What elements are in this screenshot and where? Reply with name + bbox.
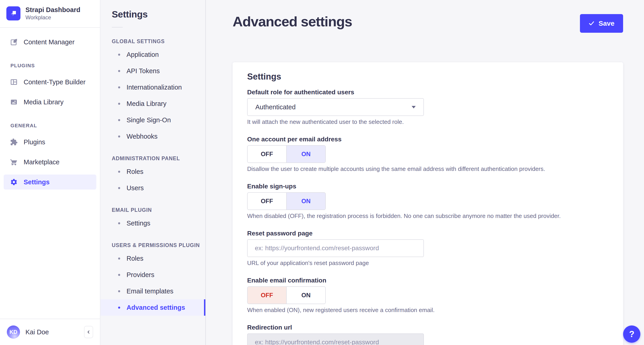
page-header: Advanced settings Save: [206, 0, 644, 33]
sidebar-item-label: Content-Type Builder: [24, 78, 86, 86]
submenu-item-up-advanced-settings[interactable]: Advanced settings: [100, 299, 205, 316]
one-account-toggle: OFF ON: [247, 145, 326, 163]
field-redirection-url: Redirection url: [247, 324, 608, 345]
bullet-icon: [118, 222, 120, 224]
email-confirmation-hint: When enabled (ON), new registered users …: [247, 306, 608, 314]
app-title: Strapi Dashboard: [26, 6, 80, 14]
submenu-item-label: Advanced settings: [126, 304, 185, 311]
enable-signups-label: Enable sign-ups: [247, 183, 608, 190]
submenu-item-up-roles[interactable]: Roles: [100, 250, 205, 267]
default-role-select[interactable]: Authenticated: [247, 98, 424, 116]
collapse-sidebar-button[interactable]: [84, 326, 93, 338]
submenu-item-label: Providers: [126, 271, 154, 279]
submenu-item-label: Email templates: [126, 287, 173, 295]
bullet-icon: [118, 86, 120, 88]
puzzle-icon: [10, 138, 18, 146]
submenu-item-label: Roles: [126, 255, 143, 262]
default-role-value: Authenticated: [255, 103, 296, 111]
main-sidebar: Strapi Dashboard Workplace Content Manag…: [0, 0, 100, 345]
workspace-name: Workplace: [26, 14, 80, 21]
enable-signups-toggle-off[interactable]: OFF: [248, 193, 286, 210]
submenu-item-application[interactable]: Application: [100, 46, 205, 63]
email-confirmation-label: Enable email confirmation: [247, 277, 608, 284]
bullet-icon: [118, 290, 120, 292]
submenu-section-global-settings: GLOBAL SETTINGS: [112, 39, 205, 45]
help-button[interactable]: ?: [623, 325, 640, 343]
sidebar-item-plugins[interactable]: Plugins: [4, 135, 96, 150]
sidebar-item-label: Settings: [24, 178, 50, 186]
field-email-confirmation: Enable email confirmation OFF ON When en…: [247, 277, 608, 314]
divider: [112, 27, 123, 28]
default-role-hint: It will attach the new authenticated use…: [247, 118, 608, 125]
sidebar-item-media-library[interactable]: Media Library: [4, 95, 96, 110]
email-confirmation-toggle: OFF ON: [247, 286, 326, 304]
submenu-item-label: Single Sign-On: [126, 116, 171, 124]
submenu-item-label: Roles: [126, 168, 143, 175]
brand[interactable]: Strapi Dashboard Workplace: [0, 0, 100, 27]
bullet-icon: [118, 306, 120, 309]
enable-signups-toggle: OFF ON: [247, 192, 326, 210]
sidebar-item-label: Media Library: [24, 98, 64, 106]
settings-card: Settings Default role for authenticated …: [232, 62, 623, 345]
bullet-icon: [118, 187, 120, 189]
sidebar-item-label: Content Manager: [24, 39, 74, 46]
save-button-label: Save: [598, 20, 614, 27]
sidebar-item-content-manager[interactable]: Content Manager: [4, 35, 96, 50]
sidebar-item-marketplace[interactable]: Marketplace: [4, 155, 96, 170]
sidebar-item-settings[interactable]: Settings: [4, 175, 96, 190]
sidebar-section-general: GENERAL: [10, 123, 96, 129]
bullet-icon: [118, 70, 120, 72]
submenu-section-users-permissions-plugin: USERS & PERMISSIONS PLUGIN: [112, 242, 205, 248]
reset-password-hint: URL of your application's reset password…: [247, 259, 608, 267]
bullet-icon: [118, 171, 120, 173]
check-icon: [588, 21, 594, 26]
one-account-toggle-off[interactable]: OFF: [248, 146, 286, 163]
submenu-item-label: Users: [126, 184, 144, 192]
default-role-label: Default role for authenticated users: [247, 89, 608, 96]
submenu-item-api-tokens[interactable]: API Tokens: [100, 63, 205, 79]
sidebar-item-content-type-builder[interactable]: Content-Type Builder: [4, 75, 96, 90]
enable-signups-toggle-on[interactable]: ON: [286, 193, 325, 210]
sidebar-nav: Content Manager PLUGINS Content-Type Bui…: [0, 28, 100, 195]
pen-square-icon: [10, 38, 18, 46]
sidebar-footer: KD Kai Doe: [0, 319, 100, 345]
user-name: Kai Doe: [26, 328, 49, 336]
submenu-item-webhooks[interactable]: Webhooks: [100, 128, 205, 145]
sidebar-item-label: Marketplace: [24, 158, 60, 166]
email-confirmation-toggle-on[interactable]: ON: [286, 287, 325, 304]
save-button[interactable]: Save: [580, 14, 623, 33]
submenu-item-admin-roles[interactable]: Roles: [100, 163, 205, 180]
email-confirmation-toggle-off[interactable]: OFF: [248, 287, 286, 304]
bullet-icon: [118, 257, 120, 259]
avatar[interactable]: KD: [7, 325, 20, 339]
bullet-icon: [118, 119, 120, 121]
submenu-item-media-library[interactable]: Media Library: [100, 96, 205, 112]
page-title: Advanced settings: [232, 14, 352, 29]
one-account-toggle-on[interactable]: ON: [286, 146, 325, 163]
field-enable-signups: Enable sign-ups OFF ON When disabled (OF…: [247, 183, 608, 220]
sidebar-section-plugins: PLUGINS: [10, 63, 96, 69]
submenu-item-email-settings[interactable]: Settings: [100, 215, 205, 231]
bullet-icon: [118, 274, 120, 276]
submenu-item-label: Settings: [126, 220, 150, 227]
settings-submenu: Settings GLOBAL SETTINGS Application API…: [100, 0, 206, 345]
field-default-role: Default role for authenticated users Aut…: [247, 89, 608, 125]
cart-icon: [10, 158, 18, 166]
submenu-item-single-sign-on[interactable]: Single Sign-On: [100, 112, 205, 128]
reset-password-input[interactable]: [247, 239, 424, 257]
submenu-item-admin-users[interactable]: Users: [100, 180, 205, 196]
submenu-item-label: API Tokens: [126, 67, 160, 75]
enable-signups-hint: When disabled (OFF), the registration pr…: [247, 212, 608, 220]
sidebar-item-label: Plugins: [24, 138, 45, 146]
submenu-item-label: Media Library: [126, 100, 166, 108]
submenu-section-administration-panel: ADMINISTRATION PANEL: [112, 155, 205, 162]
one-account-hint: Disallow the user to create multiple acc…: [247, 165, 608, 173]
redirection-url-label: Redirection url: [247, 324, 608, 331]
submenu-item-internationalization[interactable]: Internationalization: [100, 79, 205, 96]
strapi-logo-icon: [6, 6, 20, 21]
field-one-account: One account per email address OFF ON Dis…: [247, 136, 608, 173]
bullet-icon: [118, 135, 120, 138]
submenu-item-up-email-templates[interactable]: Email templates: [100, 283, 205, 299]
picture-icon: [10, 98, 18, 106]
submenu-item-up-providers[interactable]: Providers: [100, 267, 205, 283]
